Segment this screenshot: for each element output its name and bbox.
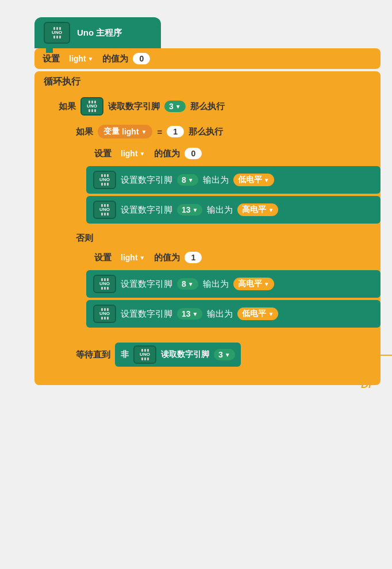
uno-chip-icon-4: UNO bbox=[93, 201, 116, 219]
value-1-pill: 1 bbox=[167, 126, 184, 137]
if-block-outer-1: 如果 UNO 读取数 bbox=[52, 93, 381, 377]
pin3-dropdown-1[interactable]: 3 ▼ bbox=[164, 101, 186, 112]
set-pin8-high: UNO 设置数字引脚 8 ▼ 输出为 bbox=[86, 270, 381, 298]
uno-chip-icon-7: UNO bbox=[133, 345, 156, 364]
if-inner-body: 设置 light ▼ 的值为 0 bbox=[86, 143, 381, 229]
set-pin13-high: UNO 设置数字引脚 13 ▼ 输出为 bbox=[86, 196, 381, 224]
light-dropdown-else[interactable]: light ▼ bbox=[116, 252, 149, 263]
var-light-pill[interactable]: 变量 light ▼ bbox=[98, 125, 152, 139]
main-title: Uno 主程序 bbox=[77, 28, 122, 39]
output-label-4: 输出为 bbox=[207, 309, 233, 320]
of-value-label-3: 的值为 bbox=[154, 252, 180, 263]
variable-name: light bbox=[122, 127, 139, 136]
set-digital-label-4: 设置数字引脚 bbox=[121, 309, 172, 320]
set-light-0-block: 设置 light ▼ 的值为 0 bbox=[34, 48, 381, 69]
read-digital-label-2: 读取数字引脚 bbox=[161, 349, 209, 360]
output-label-2: 输出为 bbox=[207, 205, 233, 216]
pin8-dropdown-1[interactable]: 8 ▼ bbox=[177, 174, 198, 186]
loop-label: 循环执行 bbox=[34, 71, 381, 93]
set-pin8-low: UNO 设置数字引脚 8 ▼ 输出为 bbox=[86, 166, 381, 194]
wait-label: 等待直到 bbox=[76, 349, 110, 360]
if-label-inner: 如果 bbox=[76, 126, 93, 137]
uno-chip-icon-6: UNO bbox=[93, 305, 116, 323]
uno-chip-icon: UNO bbox=[44, 22, 70, 44]
then-label-inner: 那么执行 bbox=[189, 126, 223, 137]
read-digital-label-1: 读取数字引脚 bbox=[108, 101, 160, 112]
if-body-1: 如果 变量 light ▼ = 1 那么执行 bbox=[69, 120, 381, 377]
connector-line bbox=[381, 355, 392, 356]
not-label: 非 bbox=[121, 349, 129, 360]
pin13-dropdown-1[interactable]: 13 ▼ bbox=[177, 204, 202, 216]
low-level-dropdown-1[interactable]: 低电平 ▼ bbox=[233, 174, 274, 186]
wait-block-container: 等待直到 非 UNO bbox=[69, 338, 381, 371]
of-value-label: 的值为 bbox=[102, 53, 128, 64]
high-level-dropdown-1[interactable]: 高电平 ▼ bbox=[237, 203, 278, 216]
wait-green-section: 非 UNO 读取数字引脚 bbox=[115, 343, 241, 367]
wait-block: 等待直到 非 UNO bbox=[69, 338, 381, 371]
if-header-1: 如果 UNO 读取数 bbox=[52, 93, 381, 120]
set-digital-label-2: 设置数字引脚 bbox=[121, 205, 172, 216]
set-digital-label-1: 设置数字引脚 bbox=[121, 175, 172, 186]
value-1-pill-else: 1 bbox=[185, 252, 202, 263]
set-light-1: 设置 light ▼ 的值为 1 bbox=[86, 247, 381, 268]
high-level-dropdown-2[interactable]: 高电平 ▼ bbox=[233, 278, 274, 290]
pin8-dropdown-2[interactable]: 8 ▼ bbox=[177, 278, 198, 290]
set-label-2: 设置 bbox=[94, 148, 112, 159]
main-program-header: UNO Uno 主程序 bbox=[34, 17, 161, 48]
value-0-pill-inner: 0 bbox=[185, 148, 202, 159]
set-label: 设置 bbox=[43, 53, 60, 64]
output-label-3: 输出为 bbox=[203, 279, 229, 290]
variable-label: 变量 bbox=[103, 126, 120, 137]
set-label-3: 设置 bbox=[94, 252, 112, 263]
set-pin13-low: UNO 设置数字引脚 13 ▼ 输出为 bbox=[86, 300, 381, 328]
output-label-1: 输出为 bbox=[203, 175, 229, 186]
low-level-dropdown-2[interactable]: 低电平 ▼ bbox=[237, 307, 278, 320]
else-label: 否则 bbox=[69, 229, 381, 247]
if-label-1: 如果 bbox=[59, 101, 76, 112]
watermark: DF bbox=[361, 379, 375, 391]
value-0-pill-1: 0 bbox=[133, 53, 150, 64]
if-block-inner: 如果 变量 light ▼ = 1 那么执行 bbox=[69, 120, 381, 333]
uno-chip-icon-3: UNO bbox=[93, 171, 116, 189]
else-body: 设置 light ▼ 的值为 1 bbox=[86, 247, 381, 333]
set-digital-label-3: 设置数字引脚 bbox=[121, 279, 172, 290]
set-light-0-inner: 设置 light ▼ 的值为 0 bbox=[86, 143, 381, 164]
light-dropdown-inner[interactable]: light ▼ bbox=[116, 148, 149, 159]
pin13-dropdown-2[interactable]: 13 ▼ bbox=[177, 308, 202, 320]
loop-block: 循环执行 如果 UNO bbox=[34, 71, 381, 385]
uno-chip-icon-5: UNO bbox=[93, 275, 116, 293]
pin3-dropdown-2[interactable]: 3 ▼ bbox=[214, 349, 235, 360]
light-dropdown-1[interactable]: light ▼ bbox=[64, 53, 98, 64]
main-canvas: UNO Uno 主程序 设置 light ▼ 的值为 0 循环执行 bbox=[0, 0, 392, 402]
uno-chip-icon-2: UNO bbox=[80, 97, 103, 116]
of-value-label-2: 的值为 bbox=[154, 148, 180, 159]
equals-label: = bbox=[157, 127, 162, 137]
if-header-inner: 如果 变量 light ▼ = 1 那么执行 bbox=[69, 120, 381, 143]
then-label-1: 那么执行 bbox=[190, 101, 225, 112]
